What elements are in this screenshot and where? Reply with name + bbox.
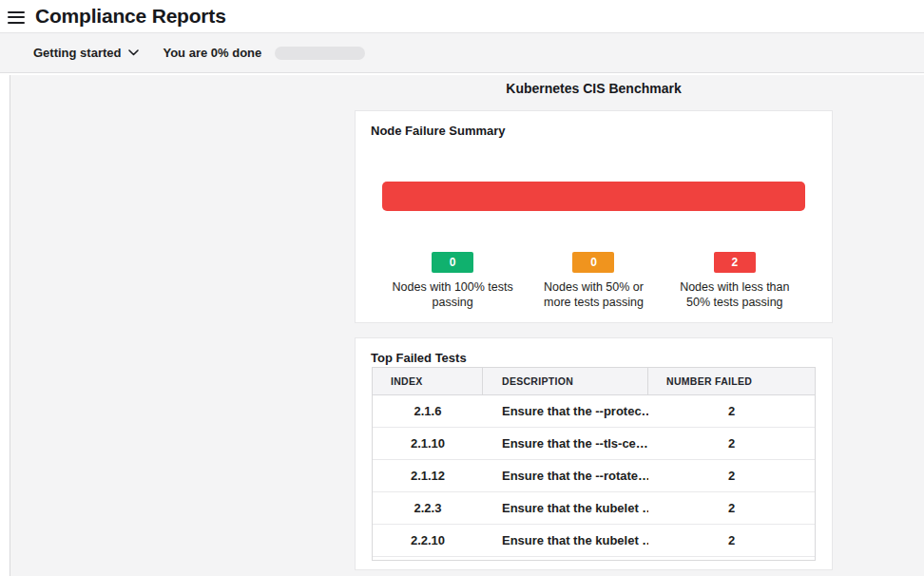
cell-index: 2.1.10 bbox=[373, 436, 483, 451]
table-row: 2.2.10 Ensure that the kubelet … 2 bbox=[373, 525, 815, 557]
stat-badge-passing-less-50: 2 bbox=[714, 252, 756, 273]
cell-description: Ensure that the kubelet … bbox=[483, 533, 648, 547]
node-failure-summary-card: Node Failure Summary 0 Nodes with 100% t… bbox=[355, 110, 833, 323]
cell-index: 2.1.12 bbox=[373, 469, 483, 483]
content-area: Kubernetes CIS Benchmark Node Failure Su… bbox=[10, 75, 924, 576]
stat-label-passing-less-50: Nodes with less than 50% tests passing bbox=[664, 280, 805, 310]
menu-icon[interactable] bbox=[8, 11, 25, 24]
getting-started-dropdown[interactable]: Getting started bbox=[33, 46, 139, 60]
stat-passing-50-or-more: 0 Nodes with 50% or more tests passing bbox=[523, 252, 664, 310]
chevron-down-icon bbox=[128, 49, 139, 56]
stat-label-passing-100: Nodes with 100% tests passing bbox=[382, 280, 523, 310]
cell-description: Ensure that the --protec… bbox=[483, 404, 648, 418]
stat-passing-100: 0 Nodes with 100% tests passing bbox=[382, 252, 523, 310]
cell-index: 2.2.10 bbox=[373, 533, 483, 547]
stat-badge-passing-50-or-more: 0 bbox=[572, 252, 614, 273]
top-failed-tests-table: INDEX DESCRIPTION NUMBER FAILED 2.1.6 En… bbox=[372, 367, 816, 561]
top-failed-tests-card: Top Failed Tests INDEX DESCRIPTION NUMBE… bbox=[355, 337, 833, 570]
report-title: Kubernetes CIS Benchmark bbox=[355, 81, 833, 96]
page-title: Compliance Reports bbox=[35, 5, 226, 28]
report-column: Kubernetes CIS Benchmark Node Failure Su… bbox=[355, 75, 833, 570]
progress-text: You are 0% done bbox=[163, 46, 261, 60]
cell-description: Ensure that the --tls-ce… bbox=[483, 436, 648, 451]
cell-number-failed: 2 bbox=[648, 404, 815, 418]
node-failure-stats: 0 Nodes with 100% tests passing 0 Nodes … bbox=[382, 252, 805, 310]
table-row: 2.1.12 Ensure that the --rotate… 2 bbox=[373, 460, 815, 492]
cell-description: Ensure that the --rotate… bbox=[483, 469, 648, 483]
stat-badge-passing-100: 0 bbox=[432, 252, 473, 273]
cell-index: 2.1.6 bbox=[373, 404, 483, 418]
cell-index: 2.2.3 bbox=[373, 501, 483, 515]
getting-started-bar: Getting started You are 0% done bbox=[0, 32, 924, 73]
stat-passing-less-50: 2 Nodes with less than 50% tests passing bbox=[664, 252, 805, 310]
cell-number-failed: 2 bbox=[648, 469, 815, 483]
table-row: 2.2.3 Ensure that the kubelet … 2 bbox=[373, 492, 815, 525]
column-header-number-failed: NUMBER FAILED bbox=[648, 368, 815, 394]
column-header-index: INDEX bbox=[373, 368, 483, 394]
node-failure-summary-title: Node Failure Summary bbox=[371, 124, 506, 138]
getting-started-label: Getting started bbox=[33, 46, 121, 60]
top-header: Compliance Reports bbox=[0, 0, 924, 32]
table-header-row: INDEX DESCRIPTION NUMBER FAILED bbox=[373, 368, 815, 395]
stat-label-passing-50-or-more: Nodes with 50% or more tests passing bbox=[523, 280, 664, 310]
table-row: 2.1.10 Ensure that the --tls-ce… 2 bbox=[373, 428, 815, 460]
cell-number-failed: 2 bbox=[648, 436, 815, 451]
cell-description: Ensure that the kubelet … bbox=[483, 501, 648, 515]
cell-number-failed: 2 bbox=[648, 501, 815, 515]
top-failed-tests-title: Top Failed Tests bbox=[371, 351, 467, 365]
table-row: 2.1.6 Ensure that the --protec… 2 bbox=[373, 395, 815, 428]
column-header-description: DESCRIPTION bbox=[483, 368, 648, 394]
node-failure-chart-bar bbox=[382, 182, 805, 211]
cell-number-failed: 2 bbox=[648, 533, 815, 547]
progress-bar bbox=[275, 47, 365, 60]
